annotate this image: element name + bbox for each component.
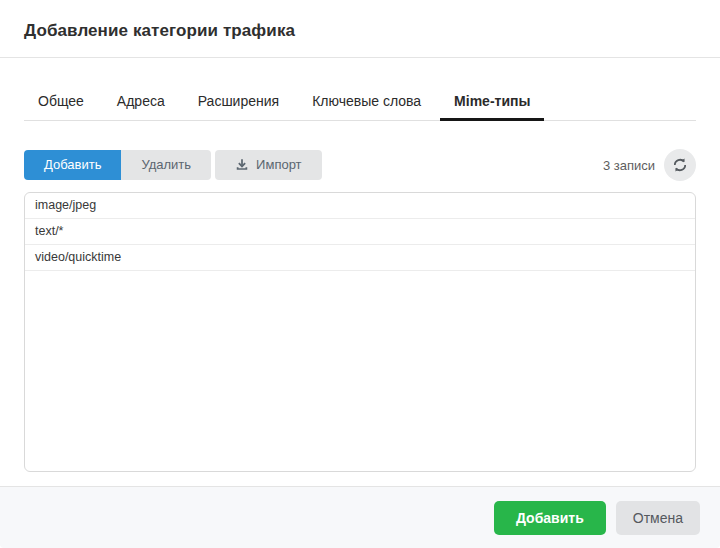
toolbar-buttons: Добавить Удалить Импорт	[24, 150, 322, 180]
cancel-button[interactable]: Отмена	[616, 501, 700, 535]
list-toolbar: Добавить Удалить Импорт 3 записи	[24, 149, 696, 181]
add-row-button[interactable]: Добавить	[24, 150, 121, 180]
list-item-mime[interactable]: video/quicktime	[25, 245, 695, 271]
tab-extensions[interactable]: Расширения	[184, 84, 293, 120]
download-icon	[235, 158, 249, 172]
import-button[interactable]: Импорт	[215, 150, 321, 180]
dialog-body: Общее Адреса Расширения Ключевые слова M…	[0, 58, 720, 486]
refresh-button[interactable]	[664, 149, 696, 181]
list-item-mime[interactable]: text/*	[25, 219, 695, 245]
tab-bar: Общее Адреса Расширения Ключевые слова M…	[24, 84, 696, 121]
tab-keywords[interactable]: Ключевые слова	[298, 84, 435, 120]
submit-button[interactable]: Добавить	[494, 501, 606, 535]
add-delete-button-group: Добавить Удалить	[24, 150, 211, 180]
refresh-icon	[672, 157, 688, 173]
tab-addresses[interactable]: Адреса	[103, 84, 179, 120]
list-item-mime[interactable]: image/jpeg	[25, 193, 695, 219]
dialog-title: Добавление категории трафика	[24, 21, 696, 41]
tab-mime-types[interactable]: Mime-типы	[440, 84, 544, 120]
delete-row-button[interactable]: Удалить	[121, 150, 211, 180]
dialog-footer: Добавить Отмена	[0, 486, 720, 548]
add-traffic-category-dialog: Добавление категории трафика Общее Адрес…	[0, 0, 720, 548]
tab-general[interactable]: Общее	[24, 84, 98, 120]
records-count: 3 записи	[603, 158, 655, 173]
mime-types-list: image/jpeg text/* video/quicktime	[24, 192, 696, 472]
import-button-label: Импорт	[256, 150, 301, 180]
toolbar-right: 3 записи	[603, 149, 696, 181]
dialog-header: Добавление категории трафика	[0, 0, 720, 58]
